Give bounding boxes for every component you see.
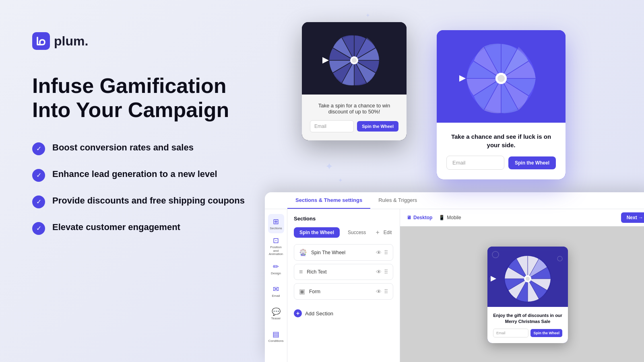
- features-list: ✓ Boost conversion rates and sales ✓ Enh…: [32, 142, 258, 235]
- dark-card-email-row: Email Spin the Wheel: [310, 120, 398, 132]
- logo-icon: [32, 32, 50, 50]
- tab-sections-theme[interactable]: Sections & Theme settings: [287, 192, 370, 209]
- dark-wheel-container: [328, 34, 380, 86]
- blue-card-description: Take a chance and see if luck is on your…: [446, 132, 556, 149]
- christmas-wheel-svg: [504, 255, 552, 303]
- headline: Infuse Gamification Into Your Campaign: [32, 74, 258, 122]
- rich-text-visibility-btn[interactable]: 👁: [376, 269, 382, 275]
- section-item-form-left: ▣ Form: [299, 288, 320, 295]
- section-item-spin-left: 🎡 Spin The Wheel: [299, 249, 345, 256]
- mobile-icon: 📱: [439, 215, 445, 220]
- spin-wheel-drag-btn[interactable]: ⠿: [384, 249, 388, 256]
- sidebar-item-sections[interactable]: ⊞ Sections: [268, 214, 284, 233]
- christmas-wheel-pointer: [491, 276, 496, 282]
- email-icon: ✉: [273, 285, 279, 294]
- spin-wheel-icon: 🎡: [299, 249, 307, 256]
- spin-wheel-label: Spin The Wheel: [311, 250, 345, 255]
- blue-wheel-pointer: [459, 75, 466, 82]
- sparkle-decoration: ✦: [325, 161, 333, 172]
- blue-wheel-area: [437, 30, 566, 123]
- form-visibility-btn[interactable]: 👁: [376, 288, 382, 295]
- feature-text-1: Boost conversion rates and sales: [52, 142, 194, 154]
- sections-panel: Sections Spin the Wheel Success + Edit 🎡…: [287, 209, 400, 362]
- blue-wheel-svg: [465, 42, 537, 115]
- christmas-spin-button[interactable]: Spin the Wheel: [530, 329, 562, 337]
- spin-wheel-actions: 👁 ⠿: [376, 249, 388, 256]
- spin-wheel-visibility-btn[interactable]: 👁: [376, 249, 382, 256]
- dark-wheel-svg: [328, 34, 380, 86]
- dark-wheel-card: Take a spin for a chance to win discount…: [302, 22, 407, 140]
- editor-preview: 🖥 Desktop 📱 Mobile Next →: [400, 209, 644, 362]
- tab-rules-triggers[interactable]: Rules & Triggers: [370, 192, 425, 209]
- blue-card-spin-button[interactable]: Spin the Wheel: [508, 156, 556, 169]
- add-section-circle: +: [294, 309, 302, 317]
- svg-point-29: [497, 75, 505, 82]
- left-panel: plum. Infuse Gamification Into Your Camp…: [32, 32, 258, 235]
- editor-body: ⊞ Sections ⊡ Position and Animation ✏ De…: [265, 209, 644, 362]
- dark-card-content: Take a spin for a chance to win discount…: [302, 95, 407, 140]
- dark-card-spin-button[interactable]: Spin the Wheel: [357, 121, 398, 132]
- feature-text-4: Elevate customer engagement: [52, 221, 180, 234]
- section-tab-success[interactable]: Success: [342, 227, 372, 238]
- sections-icon: ⊞: [273, 217, 279, 226]
- section-tab-add-button[interactable]: +: [374, 229, 381, 236]
- section-tab-edit-button[interactable]: Edit: [384, 230, 392, 235]
- sidebar-item-design[interactable]: ✏ Design: [268, 259, 284, 278]
- editor-panel: Sections & Theme settings Rules & Trigge…: [265, 192, 644, 362]
- dark-card-email-field[interactable]: Email: [310, 120, 354, 132]
- sidebar-item-conditions[interactable]: ▤ Conditions: [268, 327, 284, 346]
- christmas-card-description: Enjoy the gift of discounts in our Merry…: [493, 313, 562, 325]
- add-section-text: Add Section: [305, 311, 333, 317]
- form-drag-btn[interactable]: ⠿: [384, 288, 388, 295]
- rich-text-icon: ≡: [299, 268, 303, 276]
- blue-wheel-container: [465, 42, 537, 115]
- check-icon-3: ✓: [32, 195, 45, 208]
- desktop-label: Desktop: [413, 215, 432, 220]
- check-icon-2: ✓: [32, 169, 45, 182]
- desktop-button[interactable]: 🖥 Desktop: [407, 215, 432, 220]
- section-item-form: ▣ Form 👁 ⠿: [294, 283, 393, 300]
- form-label: Form: [309, 289, 320, 294]
- feature-text-2: Enhance lead generation to a new level: [52, 168, 217, 181]
- next-button[interactable]: Next →: [621, 212, 644, 223]
- desktop-icon: 🖥: [407, 215, 411, 220]
- section-item-rich-text-left: ≡ Rich Text: [299, 268, 326, 276]
- christmas-email-row: Email Spin the Wheel: [493, 329, 562, 337]
- rich-text-drag-btn[interactable]: ⠿: [384, 269, 388, 275]
- blue-card-content: Take a chance and see if luck is on your…: [437, 123, 566, 179]
- add-section-button[interactable]: + Add Section: [294, 306, 393, 321]
- christmas-card: Enjoy the gift of discounts in our Merry…: [487, 247, 568, 343]
- preview-toolbar: 🖥 Desktop 📱 Mobile Next →: [400, 209, 644, 226]
- christmas-wheel-area: [487, 247, 568, 307]
- preview-canvas: Enjoy the gift of discounts in our Merry…: [400, 226, 644, 362]
- section-tabs: Spin the Wheel Success + Edit: [294, 227, 393, 238]
- conditions-icon: ▤: [272, 330, 279, 339]
- section-tab-spin[interactable]: Spin the Wheel: [294, 227, 340, 238]
- feature-item-4: ✓ Elevate customer engagement: [32, 221, 258, 235]
- sidebar-item-email[interactable]: ✉ Email: [268, 282, 284, 301]
- dark-wheel-area: [302, 22, 407, 95]
- rich-text-label: Rich Text: [307, 269, 326, 275]
- dark-wheel-pointer: [322, 57, 329, 64]
- christmas-card-content: Enjoy the gift of discounts in our Merry…: [487, 307, 568, 343]
- email-label: Email: [272, 294, 280, 298]
- blue-card-email-row: Email Spin the Wheel: [446, 156, 556, 170]
- section-item-rich-text: ≡ Rich Text 👁 ⠿: [294, 264, 393, 280]
- design-icon: ✏: [273, 262, 279, 271]
- device-buttons: 🖥 Desktop 📱 Mobile: [407, 215, 461, 220]
- feature-item-2: ✓ Enhance lead generation to a new level: [32, 168, 258, 182]
- blue-wheel-card: Take a chance and see if luck is on your…: [437, 30, 566, 179]
- svg-point-14: [352, 58, 357, 63]
- position-label: Position and Animation: [268, 246, 284, 256]
- conditions-label: Conditions: [268, 339, 284, 343]
- blue-card-email-field[interactable]: Email: [446, 156, 504, 170]
- logo: plum.: [32, 32, 258, 50]
- mobile-label: Mobile: [447, 215, 461, 220]
- sidebar-item-position[interactable]: ⊡ Position and Animation: [268, 237, 284, 256]
- mobile-button[interactable]: 📱 Mobile: [439, 215, 461, 220]
- form-icon: ▣: [299, 288, 305, 295]
- christmas-email-field[interactable]: Email: [493, 329, 528, 337]
- teaser-icon: 💬: [272, 307, 281, 316]
- editor-sidebar: ⊞ Sections ⊡ Position and Animation ✏ De…: [265, 209, 287, 362]
- sidebar-item-teaser[interactable]: 💬 Teaser: [268, 304, 284, 323]
